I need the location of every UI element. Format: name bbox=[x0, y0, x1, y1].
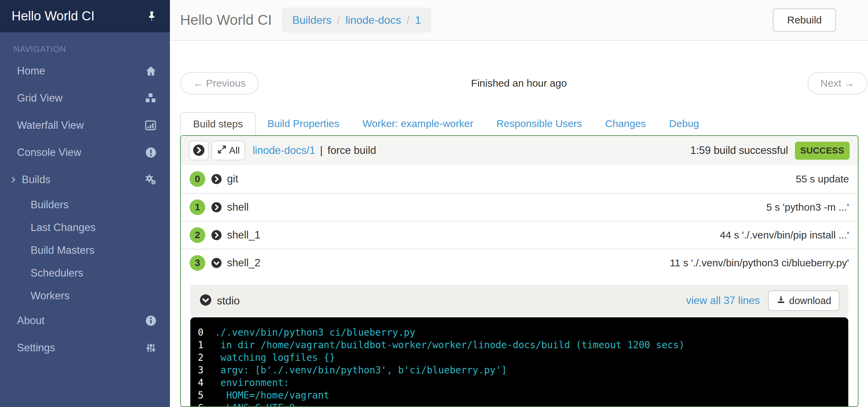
breadcrumb-builders-link[interactable]: Builders bbox=[292, 14, 332, 26]
tab-responsible-users[interactable]: Responsible Users bbox=[485, 112, 594, 135]
step-name: shell bbox=[227, 201, 249, 213]
pager-row: ← Previous Finished an hour ago Next → bbox=[170, 72, 868, 94]
chevron-circle-down-icon[interactable] bbox=[211, 257, 222, 269]
sidebar-item-last-changes[interactable]: Last Changes bbox=[0, 216, 170, 239]
stdio-log-header: stdio view all 37 lines download bbox=[190, 285, 848, 317]
sidebar-item-waterfall-view[interactable]: Waterfall View bbox=[0, 112, 170, 139]
step-name: shell_1 bbox=[227, 229, 260, 241]
sidebar-item-build-masters[interactable]: Build Masters bbox=[0, 239, 170, 262]
breadcrumb-builder-link[interactable]: linode-docs bbox=[345, 14, 401, 26]
sidebar-nav: NAVIGATION Home Grid View Waterfall View bbox=[0, 32, 170, 361]
info-circle-icon bbox=[145, 315, 157, 327]
view-all-lines-link[interactable]: view all 37 lines bbox=[686, 295, 760, 307]
step-detail: 11 s './.venv/bin/python3 ci/blueberry.p… bbox=[670, 257, 849, 269]
step-detail: 55 s update bbox=[796, 173, 849, 185]
status-badge: SUCCESS bbox=[795, 142, 850, 160]
step-row-shell-2[interactable]: 3 shell_2 11 s './.venv/bin/python3 ci/b… bbox=[181, 249, 858, 277]
step-row-shell-1[interactable]: 2 shell_1 44 s './.venv/bin/pip install … bbox=[181, 221, 858, 249]
step-number-badge: 3 bbox=[190, 255, 205, 271]
sidebar-item-builders[interactable]: Builders bbox=[0, 193, 170, 216]
cubes-icon bbox=[144, 92, 157, 105]
chevron-circle-down-icon[interactable] bbox=[199, 294, 212, 308]
tab-build-steps[interactable]: Build steps bbox=[180, 112, 256, 135]
log-line: 6 LANG=C.UTF-8 bbox=[198, 402, 841, 407]
sidebar-item-about[interactable]: About bbox=[0, 307, 170, 334]
step-name: git bbox=[227, 173, 238, 185]
tab-worker[interactable]: Worker: example-worker bbox=[351, 112, 485, 135]
log-line: 4 environment: bbox=[198, 376, 841, 389]
chevron-circle-right-icon[interactable] bbox=[211, 201, 222, 213]
sidebar-item-schedulers[interactable]: Schedulers bbox=[0, 262, 170, 284]
step-name: shell_2 bbox=[227, 257, 260, 269]
step-number-badge: 0 bbox=[190, 171, 205, 187]
download-icon bbox=[776, 295, 786, 307]
breadcrumb-separator: / bbox=[406, 14, 410, 26]
collapse-build-button[interactable] bbox=[189, 141, 209, 160]
log-line: 2 watching logfiles {} bbox=[198, 351, 841, 364]
build-finished-status: Finished an hour ago bbox=[170, 77, 868, 89]
build-reason: force build bbox=[328, 144, 376, 157]
log-line: 5 HOME=/home/vagrant bbox=[198, 389, 841, 402]
step-row-git[interactable]: 0 git 55 s update bbox=[181, 165, 858, 193]
expand-arrows-icon bbox=[217, 144, 227, 157]
gears-icon bbox=[144, 173, 157, 186]
build-number-link[interactable]: linode-docs/1 bbox=[253, 144, 315, 157]
sidebar-item-settings[interactable]: Settings bbox=[0, 334, 170, 361]
page-title: Hello World CI bbox=[180, 12, 272, 28]
sidebar-item-builds[interactable]: Builds bbox=[0, 166, 170, 193]
next-build-button[interactable]: Next → bbox=[808, 72, 867, 94]
log-line: 0./.venv/bin/python3 ci/blueberry.py bbox=[198, 326, 841, 339]
chevron-circle-right-icon[interactable] bbox=[211, 173, 222, 185]
chevron-circle-right-icon bbox=[192, 144, 205, 158]
build-tabs: Build steps Build Properties Worker: exa… bbox=[180, 112, 858, 135]
sidebar-item-console-view[interactable]: Console View bbox=[0, 139, 170, 166]
breadcrumb: Builders / linode-docs / 1 bbox=[282, 7, 431, 33]
build-panel-header: All linode-docs/1 | force build 1:59 bui… bbox=[181, 136, 858, 165]
expand-all-steps-button[interactable]: All bbox=[211, 141, 245, 160]
download-log-button[interactable]: download bbox=[768, 290, 839, 311]
sidebar: Hello World CI NAVIGATION Home Grid View bbox=[0, 0, 170, 407]
step-number-badge: 2 bbox=[190, 227, 205, 243]
caret-right-icon bbox=[9, 175, 18, 184]
home-icon bbox=[145, 65, 157, 77]
tab-debug[interactable]: Debug bbox=[658, 112, 711, 135]
expand-all-label: All bbox=[229, 145, 240, 156]
topbar: Hello World CI Builders / linode-docs / … bbox=[170, 0, 868, 41]
step-expanded-area: stdio view all 37 lines download bbox=[181, 277, 858, 407]
log-line: 3 argv: [b'./.venv/bin/python3', b'ci/bl… bbox=[198, 364, 841, 376]
bar-chart-icon bbox=[144, 119, 157, 132]
log-title: stdio bbox=[217, 295, 240, 307]
breadcrumb-build-number[interactable]: 1 bbox=[415, 14, 421, 26]
reason-separator: | bbox=[320, 144, 323, 157]
chevron-circle-right-icon[interactable] bbox=[211, 229, 222, 241]
nav-section-label: NAVIGATION bbox=[14, 45, 170, 54]
thumbtack-icon[interactable] bbox=[146, 11, 158, 22]
step-detail: 5 s 'python3 -m ...' bbox=[766, 201, 849, 213]
sidebar-item-home[interactable]: Home bbox=[0, 57, 170, 85]
previous-build-button[interactable]: ← Previous bbox=[180, 72, 259, 94]
stdio-terminal[interactable]: 0./.venv/bin/python3 ci/blueberry.py 1 i… bbox=[190, 317, 848, 407]
step-detail: 44 s './.venv/bin/pip install ...' bbox=[720, 229, 849, 241]
main-content: Hello World CI Builders / linode-docs / … bbox=[170, 0, 868, 407]
tab-build-properties[interactable]: Build Properties bbox=[256, 112, 351, 135]
sidebar-header: Hello World CI bbox=[0, 0, 170, 32]
step-row-shell[interactable]: 1 shell 5 s 'python3 -m ...' bbox=[181, 193, 858, 221]
download-label: download bbox=[789, 295, 831, 306]
breadcrumb-separator: / bbox=[337, 14, 340, 26]
app-title: Hello World CI bbox=[12, 9, 94, 23]
log-line: 1 in dir /home/vagrant/buildbot-worker/w… bbox=[198, 339, 841, 351]
sliders-icon bbox=[145, 342, 157, 354]
rebuild-button[interactable]: Rebuild bbox=[773, 8, 836, 32]
build-duration-summary: 1:59 build successful bbox=[690, 144, 788, 157]
sidebar-item-workers[interactable]: Workers bbox=[0, 284, 170, 307]
exclamation-circle-icon bbox=[145, 146, 157, 159]
build-panel: All linode-docs/1 | force build 1:59 bui… bbox=[180, 135, 858, 407]
sidebar-item-grid-view[interactable]: Grid View bbox=[0, 85, 170, 112]
stdio-log-card: stdio view all 37 lines download bbox=[190, 285, 848, 407]
tab-changes[interactable]: Changes bbox=[594, 112, 658, 135]
step-number-badge: 1 bbox=[190, 199, 205, 215]
